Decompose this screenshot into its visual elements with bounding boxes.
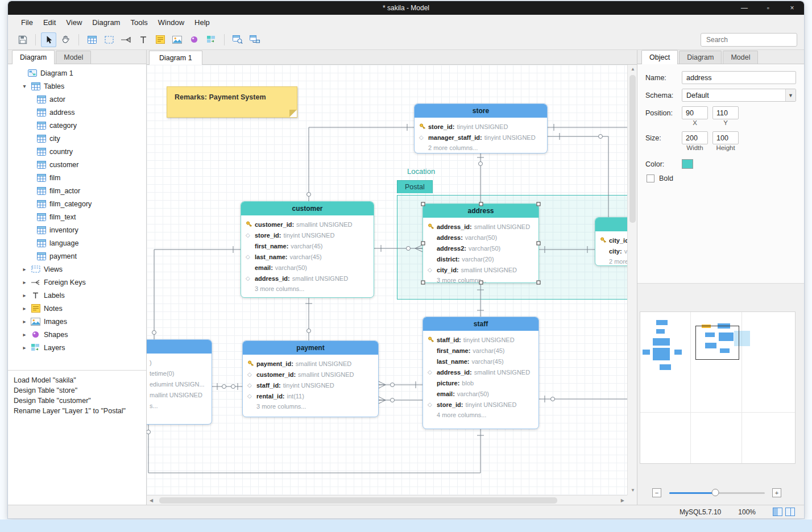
- tree-table-customer[interactable]: customer: [8, 158, 146, 171]
- schema-select[interactable]: Default ▼: [682, 89, 796, 102]
- minimize-button[interactable]: —: [732, 1, 756, 15]
- selection-handle[interactable]: [421, 202, 425, 206]
- selection-handle[interactable]: [537, 281, 541, 285]
- tree-table-payment[interactable]: payment: [8, 250, 146, 263]
- selection-handle[interactable]: [421, 242, 425, 246]
- vertical-scrollbar[interactable]: ▲ ▼: [627, 65, 637, 495]
- color-swatch[interactable]: [682, 159, 693, 169]
- tab-object[interactable]: Object: [641, 50, 678, 64]
- tree-group-notes[interactable]: ▸Notes: [8, 302, 146, 315]
- tree-table-film[interactable]: film: [8, 171, 146, 184]
- collapsed-arrow-icon[interactable]: ▸: [22, 318, 27, 325]
- pan-tool-button[interactable]: [58, 32, 73, 47]
- collapsed-arrow-icon[interactable]: ▸: [22, 331, 27, 338]
- tree-group-fk[interactable]: ▸Foreign Keys: [8, 276, 146, 289]
- tree-table-city[interactable]: city: [8, 132, 146, 145]
- er-table-store[interactable]: storestore_id:tinyint UNSIGNED◇manager_s…: [414, 103, 548, 153]
- cursor-tool-button[interactable]: [41, 32, 56, 47]
- overview-minimap[interactable]: [640, 311, 796, 464]
- menu-window[interactable]: Window: [153, 16, 189, 28]
- collapsed-arrow-icon[interactable]: ▸: [22, 292, 27, 298]
- tree-group-views[interactable]: ▸Views: [8, 263, 146, 276]
- menu-diagram[interactable]: Diagram: [87, 16, 125, 28]
- tree-table-category[interactable]: category: [8, 119, 146, 132]
- menu-tools[interactable]: Tools: [125, 16, 152, 28]
- history-item[interactable]: Design Table "customer": [8, 396, 146, 406]
- tab-diagram[interactable]: Diagram: [12, 50, 55, 64]
- collapsed-arrow-icon[interactable]: ▸: [22, 305, 27, 311]
- tree-table-film_actor[interactable]: film_actor: [8, 184, 146, 197]
- history-item[interactable]: Load Model "sakila": [8, 375, 146, 385]
- zoom-slider-knob[interactable]: [711, 489, 719, 496]
- selection-handle[interactable]: [479, 202, 483, 206]
- er-table-address[interactable]: addressaddress_id:smallint UNSIGNEDaddre…: [422, 203, 539, 283]
- shape-tool-button[interactable]: [187, 32, 202, 47]
- image-tool-button[interactable]: [169, 32, 185, 47]
- menu-file[interactable]: File: [16, 16, 38, 28]
- menu-view[interactable]: View: [61, 16, 87, 28]
- new-table-button[interactable]: [84, 32, 100, 47]
- zoom-slider[interactable]: [669, 488, 765, 497]
- scroll-left-icon[interactable]: ◀: [150, 498, 153, 503]
- menu-help[interactable]: Help: [189, 16, 215, 28]
- chevron-down-icon[interactable]: ▼: [785, 89, 796, 101]
- name-field[interactable]: [682, 71, 796, 84]
- er-table-staff[interactable]: staffstaff_id:tinyint UNSIGNEDfirst_name…: [422, 317, 539, 429]
- reverse-model-button[interactable]: [247, 32, 262, 47]
- selection-handle[interactable]: [537, 242, 541, 246]
- tree-table-film_text[interactable]: film_text: [8, 210, 146, 223]
- save-button[interactable]: [15, 32, 30, 47]
- maximize-button[interactable]: ▫: [756, 1, 780, 15]
- horizontal-scrollbar[interactable]: ◀ ▶: [147, 495, 627, 505]
- collapsed-arrow-icon[interactable]: ▸: [22, 344, 27, 351]
- minimap-viewport[interactable]: [695, 326, 739, 360]
- er-table-city[interactable]: citycity_id:smallint UNSIGNEDcity:varcha…: [595, 217, 627, 266]
- tree-tables-group[interactable]: ▾ Tables: [8, 80, 146, 93]
- single-page-icon[interactable]: [773, 508, 782, 516]
- zoom-in-button[interactable]: +: [772, 488, 781, 497]
- layer-tool-button[interactable]: [204, 32, 219, 47]
- region-select-button[interactable]: [101, 32, 117, 47]
- er-table-payment[interactable]: paymentpayment_id:smallint UNSIGNED◇cust…: [242, 340, 379, 417]
- tree-table-actor[interactable]: actor: [8, 93, 146, 106]
- selection-handle[interactable]: [421, 281, 425, 285]
- er-table-customer[interactable]: customercustomer_id:smallint UNSIGNED◇st…: [241, 201, 374, 298]
- collapsed-arrow-icon[interactable]: ▸: [22, 266, 27, 272]
- note-tool-button[interactable]: [152, 32, 168, 47]
- tree-group-images[interactable]: ▸Images: [8, 315, 146, 328]
- close-button[interactable]: ×: [780, 1, 804, 15]
- er-table-rental[interactable]: rental)tetime(0)ediumint UNSIGN...mallin…: [147, 339, 212, 425]
- scroll-up-icon[interactable]: ▲: [631, 67, 635, 72]
- history-item[interactable]: Rename Layer "Layer 1" to "Postal": [8, 406, 146, 416]
- reverse-table-button[interactable]: [230, 32, 245, 47]
- label-tool-button[interactable]: [135, 32, 151, 47]
- expanded-arrow-icon[interactable]: ▾: [22, 83, 27, 89]
- tree-group-shapes[interactable]: ▸Shapes: [8, 328, 146, 341]
- tree-diagram-1[interactable]: Diagram 1: [8, 66, 146, 80]
- tree-table-language[interactable]: language: [8, 236, 146, 250]
- zoom-out-button[interactable]: −: [652, 488, 661, 497]
- scroll-down-icon[interactable]: ▼: [631, 488, 635, 493]
- collapsed-arrow-icon[interactable]: ▸: [22, 279, 27, 285]
- tree-table-inventory[interactable]: inventory: [8, 223, 146, 236]
- history-item[interactable]: Design Table "store": [8, 385, 146, 396]
- scroll-right-icon[interactable]: ▶: [621, 498, 624, 503]
- multi-page-icon[interactable]: [785, 508, 795, 516]
- tab-diagram-props[interactable]: Diagram: [679, 51, 722, 64]
- tree-group-layers[interactable]: ▸Layers: [8, 341, 146, 354]
- diagram-canvas[interactable]: Location Postal: [147, 65, 627, 495]
- size-width-field[interactable]: [682, 131, 708, 144]
- position-y-field[interactable]: [712, 106, 739, 119]
- selection-handle[interactable]: [479, 281, 483, 285]
- tree-table-country[interactable]: country: [8, 145, 146, 158]
- bold-checkbox[interactable]: [647, 174, 654, 182]
- search-input[interactable]: [701, 33, 797, 47]
- selection-handle[interactable]: [537, 202, 541, 206]
- tab-model-props[interactable]: Model: [723, 51, 758, 64]
- vertical-scroll-thumb[interactable]: [629, 75, 636, 223]
- relation-tool-button[interactable]: [118, 32, 134, 47]
- tab-diagram-1[interactable]: Diagram 1: [149, 51, 202, 65]
- tree-table-film_category[interactable]: film_category: [8, 197, 146, 210]
- horizontal-scroll-thumb[interactable]: [159, 497, 557, 504]
- menu-edit[interactable]: Edit: [38, 16, 61, 28]
